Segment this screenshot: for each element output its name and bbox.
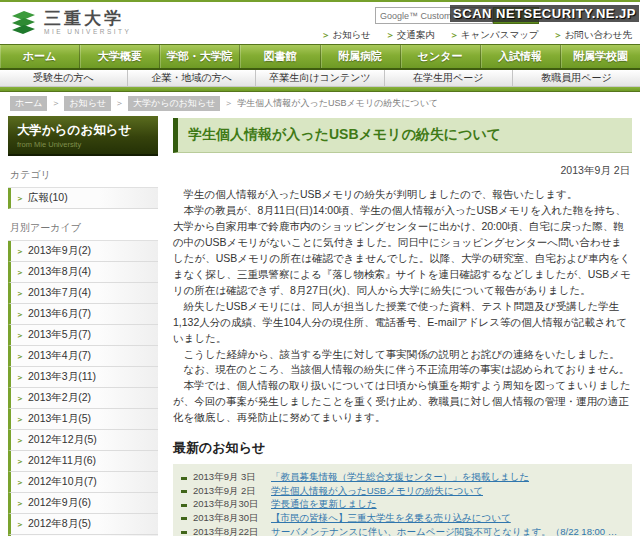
utility-nav: ＞お知らせ＞交通案内＞キャンパスマップ＞お問い合わせ先: [321, 29, 632, 42]
sidebar-list-item[interactable]: ＞2012年11月(6): [8, 451, 158, 472]
sub-nav-item[interactable]: 卒業生向けコンテンツ: [256, 70, 384, 86]
sidebar-item-label: 2012年8月(5): [28, 517, 91, 531]
main-nav-item[interactable]: 附属病院: [321, 45, 401, 68]
sidebar-list-item[interactable]: ＞2013年7月(4): [8, 283, 158, 304]
breadcrumb-link[interactable]: お知らせ: [64, 96, 111, 111]
sidebar-list-item[interactable]: ＞2013年2月(2): [8, 388, 158, 409]
arrow-icon: ＞: [16, 267, 24, 278]
sidebar-list-item[interactable]: ＞2012年8月(5): [8, 514, 158, 535]
sidebar-list-item[interactable]: ＞2012年9月(6): [8, 493, 158, 514]
sub-nav-item[interactable]: 企業・地域の方へ: [128, 70, 256, 86]
utility-link[interactable]: ＞お問い合わせ先: [554, 29, 632, 42]
main-nav-item[interactable]: センター: [401, 45, 481, 68]
latest-news-list: 2013年9月 3日「教員募集情報（学生総合支援センター）」を掲載しました201…: [173, 464, 632, 536]
sidebar-list-item[interactable]: ＞2013年1月(5): [8, 409, 158, 430]
sidebar-header-news-from-university[interactable]: 大学からのお知らせ from Mie University: [8, 116, 158, 156]
breadcrumb-separator: ＞: [224, 97, 233, 110]
arrow-icon: ＞: [450, 30, 459, 40]
breadcrumb-separator: ＞: [51, 97, 60, 110]
breadcrumb-current: 学生個人情報が入ったUSBメモリの紛失について: [237, 97, 438, 110]
news-link[interactable]: 学生個人情報が入ったUSBメモリの紛失について: [271, 485, 483, 498]
main-nav-item[interactable]: 入試情報: [481, 45, 561, 68]
sidebar-list-item[interactable]: ＞2013年6月(7): [8, 304, 158, 325]
article-date: 2013年9月 2日: [175, 164, 630, 178]
breadcrumb-link[interactable]: ホーム: [10, 96, 47, 111]
sidebar-list-item[interactable]: ＞2012年12月(5): [8, 430, 158, 451]
utility-link[interactable]: ＞お知らせ: [321, 29, 371, 42]
sidebar-item-label: 2013年1月(5): [28, 412, 91, 426]
arrow-icon: ＞: [554, 30, 563, 40]
page-body: 大学からのお知らせ from Mie University カテゴリ ＞広報(1…: [0, 114, 640, 536]
utility-link-label: お知らせ: [332, 29, 371, 40]
article-paragraph: 紛失したUSBメモリには、同人が担当した授業で使った資料、テスト問題及び受講した…: [173, 299, 632, 347]
sidebar-list-item[interactable]: ＞2013年9月(2): [8, 241, 158, 262]
arrow-icon: ＞: [16, 351, 24, 362]
news-link[interactable]: サーバメンテナンスに伴い、ホームページ閲覧不可となります。（8/22 18:00…: [271, 526, 624, 536]
article-paragraph: 本学では、個人情報の取り扱いについては日頃から慎重を期すよう周知を図ってまいりま…: [173, 378, 632, 426]
archive-list: ＞2013年9月(2)＞2013年8月(4)＞2013年7月(4)＞2013年6…: [8, 240, 158, 536]
article-paragraph: こうした経緯から、該当する学生に対して事実関係の説明とお詫びの連絡をいたしました…: [173, 347, 632, 363]
breadcrumb-link[interactable]: 大学からのお知らせ: [128, 96, 220, 111]
news-date: 2013年9月 2日: [193, 485, 271, 498]
article-paragraph: 学生の個人情報が入ったUSBメモリの紛失が判明しましたので、報告いたします。: [173, 187, 632, 203]
bullet-icon: [181, 517, 187, 520]
news-row: 2013年8月30日【市民の皆様へ】三重大学生を名乗る売り込みについて: [181, 512, 624, 526]
sidebar-subtitle: from Mie University: [17, 140, 149, 149]
utility-link[interactable]: ＞交通案内: [386, 29, 435, 42]
university-logo[interactable]: 三重大学 MIE UNIVERSITY: [10, 9, 131, 36]
sidebar-item-label: 2013年8月(4): [28, 265, 91, 279]
news-date: 2013年8月30日: [193, 498, 271, 511]
news-link[interactable]: 【市民の皆様へ】三重大学生を名乗る売り込みについて: [271, 512, 511, 525]
logo-title: 三重大学: [44, 10, 131, 29]
arrow-icon: ＞: [16, 372, 24, 383]
article-body: 学生の個人情報が入ったUSBメモリの紛失が判明しましたので、報告いたします。 本…: [173, 187, 632, 426]
utility-link-label: キャンパスマップ: [461, 29, 539, 40]
arrow-icon: ＞: [16, 477, 24, 488]
mie-university-logo-icon: [10, 9, 37, 36]
breadcrumb: ホーム＞お知らせ＞大学からのお知らせ＞学生個人情報が入ったUSBメモリの紛失につ…: [0, 92, 640, 114]
main-nav-item[interactable]: 図書館: [240, 45, 320, 68]
bullet-icon: [181, 504, 187, 507]
utility-link[interactable]: ＞キャンパスマップ: [450, 29, 539, 42]
main-content: 学生個人情報が入ったUSBメモリの紛失について 2013年9月 2日 学生の個人…: [173, 116, 632, 536]
sidebar-item-label: 2013年2月(2): [28, 391, 91, 405]
bullet-icon: [181, 490, 187, 493]
main-nav-item[interactable]: 学部・大学院: [160, 45, 240, 68]
sidebar-title: 大学からのお知らせ: [17, 122, 149, 139]
sidebar-item-label: 2013年4月(7): [28, 349, 91, 363]
main-nav-item[interactable]: 附属学校園: [561, 45, 640, 68]
arrow-icon: ＞: [386, 30, 395, 40]
sidebar-list-item[interactable]: ＞2013年3月(11): [8, 367, 158, 388]
main-nav-item[interactable]: 大学概要: [80, 45, 160, 68]
news-row: 2013年9月 3日「教員募集情報（学生総合支援センター）」を掲載しました: [181, 471, 624, 485]
utility-link-label: 交通案内: [397, 29, 435, 40]
main-nav: ホーム大学概要学部・大学院図書館附属病院センター入試情報附属学校園: [0, 44, 640, 70]
sidebar-list-item[interactable]: ＞2012年10月(7): [8, 472, 158, 493]
arrow-icon: ＞: [16, 456, 24, 467]
sidebar: 大学からのお知らせ from Mie University カテゴリ ＞広報(1…: [8, 116, 158, 536]
sidebar-list-item[interactable]: ＞広報(10): [8, 188, 158, 209]
arrow-icon: ＞: [16, 330, 24, 341]
article-title: 学生個人情報が入ったUSBメモリの紛失について: [173, 118, 632, 153]
article-paragraph: なお、現在のところ、当該個人情報の紛失に伴う不正流用等の事実は認められておりませ…: [173, 362, 632, 378]
news-link[interactable]: 学長通信を更新しました: [271, 498, 377, 511]
sidebar-list-item[interactable]: ＞2013年4月(7): [8, 346, 158, 367]
sub-nav-item[interactable]: 教職員用ページ: [513, 70, 640, 86]
news-link[interactable]: 「教員募集情報（学生総合支援センター）」を掲載しました: [271, 471, 529, 484]
sidebar-item-label: 2013年6月(7): [28, 307, 91, 321]
main-nav-item[interactable]: ホーム: [0, 45, 80, 68]
bullet-icon: [181, 531, 187, 534]
arrow-icon: ＞: [321, 30, 330, 40]
sub-nav: 受験生の方へ企業・地域の方へ卒業生向けコンテンツ在学生用ページ教職員用ページ: [0, 70, 640, 87]
sub-nav-item[interactable]: 受験生の方へ: [0, 70, 128, 86]
sub-nav-item[interactable]: 在学生用ページ: [385, 70, 513, 86]
breadcrumb-separator: ＞: [115, 97, 124, 110]
arrow-icon: ＞: [16, 519, 24, 530]
sidebar-list-item[interactable]: ＞2013年5月(7): [8, 325, 158, 346]
utility-link-label: お問い合わせ先: [565, 29, 632, 40]
sidebar-list-item[interactable]: ＞2013年8月(4): [8, 262, 158, 283]
sidebar-item-label: 2012年11月(6): [28, 454, 96, 468]
news-row: 2013年8月30日学長通信を更新しました: [181, 498, 624, 512]
news-row: 2013年8月22日サーバメンテナンスに伴い、ホームページ閲覧不可となります。（…: [181, 526, 624, 536]
sidebar-item-label: 広報(10): [28, 191, 68, 205]
